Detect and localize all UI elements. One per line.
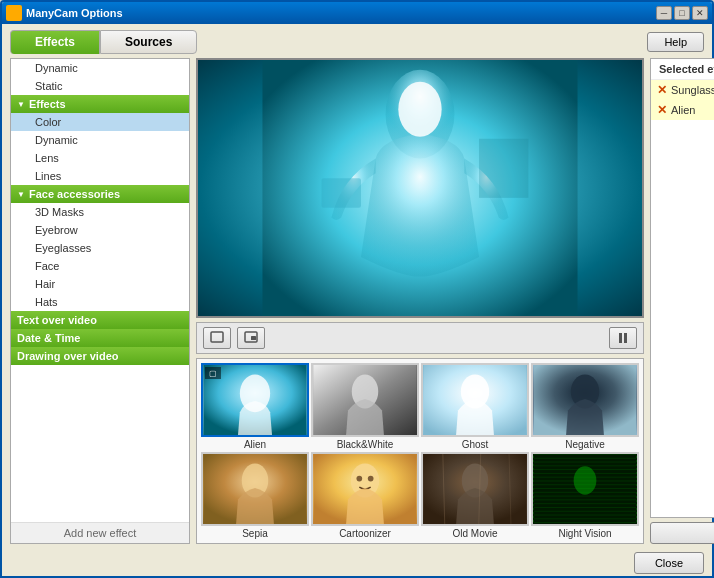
window-icon [6,5,22,21]
thumb-label-sepia: Sepia [242,528,268,539]
minimize-button[interactable]: ─ [656,6,672,20]
video-controls [196,322,644,354]
window-content: Effects Sources Help Dynamic Static ▼ Ef… [2,24,712,578]
tabs: Effects Sources [10,30,197,54]
bottom-bar: Close [10,548,704,574]
thumbnails-area: ▢ Alien [196,358,644,544]
svg-rect-30 [534,454,636,455]
selected-effects-header: Selected effects [651,59,714,80]
main-window: ManyCam Options ─ □ ✕ Effects Sources He… [0,0,714,578]
thumb-img-oldmovie [421,452,529,526]
thumb-label-cartoon: Cartoonizer [339,528,391,539]
thumb-ghost[interactable]: Ghost [421,363,529,450]
sidebar-item-static[interactable]: Static [11,77,189,95]
thumb-svg-nightvision [533,454,637,524]
sidebar-item-lens[interactable]: Lens [11,149,189,167]
thumb-label-nightvision: Night Vision [558,528,611,539]
thumb-label-ghost: Ghost [462,439,489,450]
sidebar-item-face[interactable]: Face [11,257,189,275]
main-area: Dynamic Static ▼ Effects Color Dynamic L… [10,58,704,544]
sidebar-section-datetime[interactable]: Date & Time [11,329,189,347]
remove-alien-button[interactable]: ✕ [657,103,667,117]
svg-point-49 [574,466,597,494]
sidebar-item-dynamic[interactable]: Dynamic [11,131,189,149]
thumb-img-bw [311,363,419,437]
svg-rect-44 [534,507,636,508]
svg-rect-41 [534,496,636,497]
thumb-img-negative [531,363,639,437]
tab-effects[interactable]: Effects [10,30,100,54]
svg-rect-8 [619,333,622,343]
thumb-alien[interactable]: ▢ Alien [201,363,309,450]
sidebar-item-hair[interactable]: Hair [11,275,189,293]
svg-point-22 [356,476,362,482]
video-svg [198,60,642,316]
remove-sunglasses-button[interactable]: ✕ [657,83,667,97]
drawing-section-label: Drawing over video [17,350,118,362]
svg-rect-47 [534,518,636,519]
thumb-label-oldmovie: Old Movie [452,528,497,539]
sidebar-item-dynamic-top[interactable]: Dynamic [11,59,189,77]
center-area: ▢ Alien [196,58,644,544]
svg-rect-7 [251,336,256,340]
help-button[interactable]: Help [647,32,704,52]
thumb-cartoon[interactable]: Cartoonizer [311,452,419,539]
svg-rect-31 [534,458,636,459]
sidebar-item-color[interactable]: Color [11,113,189,131]
svg-rect-33 [534,465,636,466]
sidebar-item-hats[interactable]: Hats [11,293,189,311]
sidebar-scroll[interactable]: Dynamic Static ▼ Effects Color Dynamic L… [11,59,189,522]
effect-item-alien[interactable]: ✕ Alien [651,100,714,120]
title-bar: ManyCam Options ─ □ ✕ [2,2,712,24]
thumb-img-alien: ▢ [201,363,309,437]
svg-rect-5 [211,332,223,342]
video-frame [196,58,644,318]
maximize-button[interactable]: □ [674,6,690,20]
add-new-effect-button[interactable]: Add new effect [11,522,189,543]
video-preview [198,60,642,316]
sidebar-section-drawing[interactable]: Drawing over video [11,347,189,365]
sidebar: Dynamic Static ▼ Effects Color Dynamic L… [10,58,190,544]
thumb-svg-bw [313,365,417,435]
sidebar-section-text[interactable]: Text over video [11,311,189,329]
thumb-label-negative: Negative [565,439,604,450]
thumb-svg-ghost [423,365,527,435]
effect-item-sunglasses[interactable]: ✕ Sunglasses [651,80,714,100]
close-button[interactable]: Close [634,552,704,574]
thumb-sepia[interactable]: Sepia [201,452,309,539]
thumb-img-ghost [421,363,529,437]
thumb-img-sepia [201,452,309,526]
sidebar-item-eyeglasses[interactable]: Eyeglasses [11,239,189,257]
svg-point-4 [398,82,441,137]
svg-rect-32 [534,462,636,463]
thumb-svg-cartoon [313,454,417,524]
svg-point-23 [368,476,374,482]
thumb-bw[interactable]: Black&White [311,363,419,450]
thumb-label-alien: Alien [244,439,266,450]
sidebar-item-lines[interactable]: Lines [11,167,189,185]
text-section-label: Text over video [17,314,97,326]
pause-button[interactable] [609,327,637,349]
thumb-label-bw: Black&White [337,439,394,450]
pip-icon [244,331,258,345]
effects-arrow: ▼ [17,100,25,109]
sidebar-section-effects[interactable]: ▼ Effects [11,95,189,113]
effect-name-sunglasses: Sunglasses [671,84,714,96]
svg-rect-42 [534,499,636,500]
close-window-button[interactable]: ✕ [692,6,708,20]
pip-button[interactable] [237,327,265,349]
top-bar: Effects Sources Help [10,30,704,54]
window-title: ManyCam Options [26,7,656,19]
clear-all-button[interactable]: 🗑 Clear All [650,522,714,544]
thumb-oldmovie[interactable]: Old Movie [421,452,529,539]
sidebar-section-face[interactable]: ▼ Face accessories [11,185,189,203]
fullscreen-button[interactable] [203,327,231,349]
fullscreen-icon [210,331,224,345]
sidebar-item-3dmasks[interactable]: 3D Masks [11,203,189,221]
thumb-nightvision[interactable]: Night Vision [531,452,639,539]
tab-sources[interactable]: Sources [100,30,197,54]
thumb-negative[interactable]: Negative [531,363,639,450]
sidebar-item-eyebrow[interactable]: Eyebrow [11,221,189,239]
thumb-svg-sepia [203,454,307,524]
thumbnails-grid: ▢ Alien [197,359,643,543]
